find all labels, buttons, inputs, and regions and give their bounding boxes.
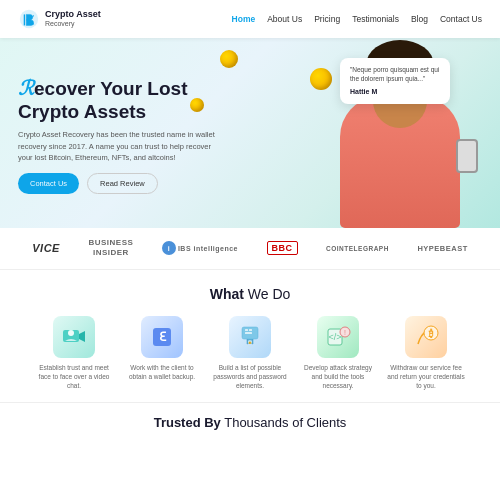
- hero-title: ℛecover Your Lost Crypto Assets: [18, 76, 257, 124]
- what-section: What We Do Establish trust and meet face…: [0, 270, 500, 402]
- hero-buttons: Contact Us Read Review: [18, 173, 257, 194]
- brand-bbc: BBC: [267, 241, 298, 255]
- ibs-icon: i: [162, 241, 176, 255]
- person-phone: [456, 139, 478, 173]
- service-card-4: </> ! Develop attack strategy and build …: [298, 316, 378, 390]
- service-card-3: 🔒 Build a list of possible passwords and…: [210, 316, 290, 390]
- service-icon-4: </> !: [317, 316, 359, 358]
- service-desc-5: Withdraw our service fee and return your…: [386, 363, 466, 390]
- service-desc-3: Build a list of possible passwords and p…: [210, 363, 290, 390]
- hero-section: ℛecover Your Lost Crypto Assets Crypto A…: [0, 38, 500, 228]
- svg-text:</>: </>: [328, 332, 341, 342]
- svg-text:🔒: 🔒: [248, 340, 252, 344]
- coin-3: [190, 98, 204, 112]
- logo[interactable]: Crypto Asset Recovery: [18, 8, 101, 30]
- navbar: Crypto Asset Recovery Home About Us Pric…: [0, 0, 500, 38]
- hero-description: Crypto Asset Recovery has been the trust…: [18, 129, 218, 163]
- nav-testimonials[interactable]: Testimonials: [352, 14, 399, 24]
- svg-rect-10: [245, 329, 248, 331]
- svg-rect-12: [245, 332, 252, 334]
- trusted-section: Trusted By Thousands of Clients: [0, 402, 500, 438]
- nav-contact[interactable]: Contact Us: [440, 14, 482, 24]
- service-icon-1: [53, 316, 95, 358]
- svg-text:!: !: [344, 329, 346, 336]
- brand-hypebeast: HYPEBEAST: [417, 244, 467, 253]
- brand-ibs: i IBS intelligence: [162, 241, 238, 255]
- service-card-2: Ɛ Work with the client to obtain a walle…: [122, 316, 202, 390]
- svg-point-6: [68, 330, 74, 336]
- testimonial-card: "Neque porro quisquam est qui the dolore…: [340, 58, 450, 104]
- what-title: What We Do: [18, 286, 482, 302]
- service-icon-3: 🔒: [229, 316, 271, 358]
- coin-1: [220, 50, 238, 68]
- testimonial-name: Hattie M: [350, 87, 440, 97]
- service-desc-4: Develop attack strategy and build the to…: [298, 363, 378, 390]
- brand-cointelegraph: COINTELEGRAPH: [326, 245, 389, 252]
- nav-blog[interactable]: Blog: [411, 14, 428, 24]
- logo-text: Crypto Asset Recovery: [45, 9, 101, 28]
- svg-text:Ɛ: Ɛ: [159, 330, 167, 344]
- svg-rect-11: [249, 329, 252, 331]
- svg-marker-5: [79, 331, 85, 342]
- logo-icon: [18, 8, 40, 30]
- brand-vice: VICE: [32, 242, 60, 254]
- contact-us-button[interactable]: Contact Us: [18, 173, 79, 194]
- nav-about[interactable]: About Us: [267, 14, 302, 24]
- service-desc-2: Work with the client to obtain a wallet …: [122, 363, 202, 381]
- brand-businessinsider: BUSINESSINSIDER: [88, 238, 133, 259]
- nav-home[interactable]: Home: [232, 14, 256, 24]
- nav-pricing[interactable]: Pricing: [314, 14, 340, 24]
- nav-links: Home About Us Pricing Testimonials Blog …: [232, 14, 482, 24]
- hero-right: "Neque porro quisquam est qui the dolore…: [275, 38, 500, 228]
- service-card-1: Establish trust and meet face to face ov…: [34, 316, 114, 390]
- service-icon-2: Ɛ: [141, 316, 183, 358]
- service-icon-5: ₿: [405, 316, 447, 358]
- testimonial-text: "Neque porro quisquam est qui the dolore…: [350, 65, 440, 83]
- service-desc-1: Establish trust and meet face to face ov…: [34, 363, 114, 390]
- trusted-title: Trusted By Thousands of Clients: [18, 415, 482, 430]
- services-row: Establish trust and meet face to face ov…: [18, 316, 482, 390]
- service-card-5: ₿ Withdraw our service fee and return yo…: [386, 316, 466, 390]
- hero-r-icon: ℛ: [18, 77, 34, 99]
- read-review-button[interactable]: Read Review: [87, 173, 158, 194]
- brands-bar: VICE BUSINESSINSIDER i IBS intelligence …: [0, 228, 500, 270]
